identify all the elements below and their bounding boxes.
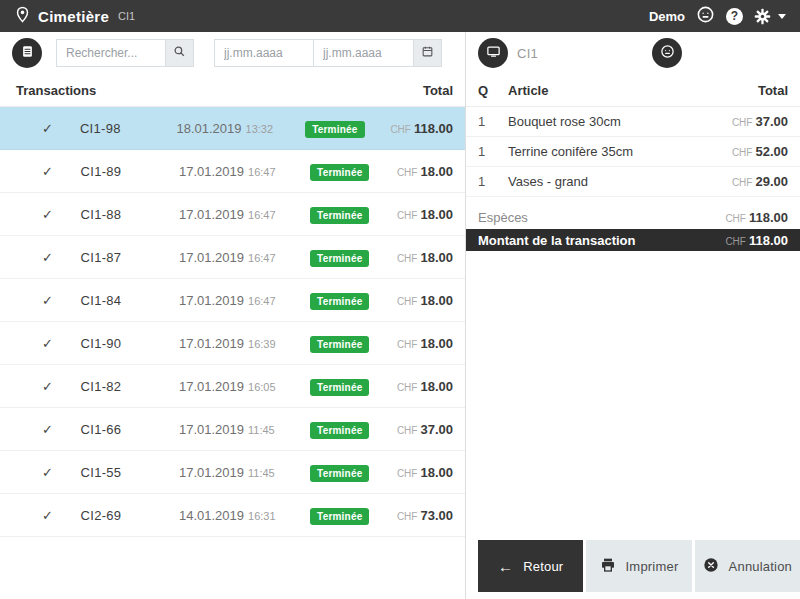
- currency-label: CHF: [397, 253, 418, 264]
- transaction-time: 16:47: [248, 295, 276, 307]
- transaction-id: CI1-84: [81, 293, 179, 308]
- transaction-id: CI1-98: [80, 121, 177, 136]
- date-to-input[interactable]: [314, 39, 414, 67]
- check-icon: ✓: [42, 121, 80, 136]
- article-amount: 29.00: [755, 174, 788, 189]
- search-icon: [173, 45, 186, 61]
- table-row[interactable]: ✓ CI1-55 17.01.201911:45 Terminée CHF18.…: [0, 451, 465, 494]
- check-icon: ✓: [42, 164, 81, 179]
- article-row: 1 Bouquet rose 30cm CHF37.00: [466, 107, 800, 137]
- transaction-detail-panel: CI1 Q Article Total 1 Bouquet rose 30cm …: [466, 32, 800, 599]
- cashier-button[interactable]: [652, 38, 682, 68]
- transaction-date: 14.01.2019: [179, 508, 244, 523]
- topbar: Cimetière CI1 Demo ?: [0, 0, 800, 32]
- total-column-label: Total: [423, 83, 453, 98]
- transaction-id: CI1-66: [81, 422, 179, 437]
- status-badge: Terminée: [310, 422, 369, 439]
- settings-gear-icon[interactable]: [754, 8, 771, 25]
- action-bar: ← Retour Imprimer Annulation: [466, 540, 800, 599]
- total-column-label: Total: [758, 83, 788, 98]
- register-name: CI1: [517, 46, 538, 61]
- user-avatar-icon[interactable]: [696, 5, 715, 28]
- transaction-id: CI1-82: [81, 379, 179, 394]
- transaction-total-label: Montant de la transaction: [478, 233, 725, 248]
- smiley-icon: [660, 44, 675, 62]
- search-input[interactable]: [56, 39, 166, 67]
- transaction-amount: 37.00: [420, 422, 453, 437]
- article-amount: 37.00: [755, 114, 788, 129]
- date-from-input[interactable]: [214, 39, 314, 67]
- transaction-time: 16:47: [248, 166, 276, 178]
- transaction-amount: 18.00: [420, 250, 453, 265]
- status-badge: Terminée: [310, 379, 369, 396]
- chevron-down-icon[interactable]: [778, 14, 786, 19]
- print-button-label: Imprimer: [626, 559, 679, 574]
- print-button[interactable]: Imprimer: [586, 540, 691, 592]
- status-badge: Terminée: [310, 465, 369, 482]
- status-badge: Terminée: [310, 250, 369, 267]
- menu-button[interactable]: [12, 38, 42, 68]
- cancel-x-icon: [703, 557, 719, 576]
- transaction-amount: 18.00: [420, 379, 453, 394]
- transactions-panel: Transactions Total ✓ CI1-98 18.01.201913…: [0, 32, 466, 599]
- check-icon: ✓: [42, 293, 81, 308]
- table-row[interactable]: ✓ CI1-89 17.01.201916:47 Terminée CHF18.…: [0, 150, 465, 193]
- status-badge: Terminée: [310, 336, 369, 353]
- article-row: 1 Terrine conifère 35cm CHF52.00: [466, 137, 800, 167]
- cancel-button-label: Annulation: [729, 559, 792, 574]
- logo-icon: [14, 6, 31, 27]
- printer-icon: [600, 557, 616, 576]
- payment-amount: 118.00: [749, 210, 788, 225]
- article-qty: 1: [478, 114, 508, 129]
- transaction-date: 17.01.2019: [179, 250, 244, 265]
- table-row[interactable]: ✓ CI2-69 14.01.201916:31 Terminée CHF73.…: [0, 494, 465, 537]
- transaction-amount: 18.00: [420, 164, 453, 179]
- articles-header: Q Article Total: [466, 74, 800, 107]
- cancel-button[interactable]: Annulation: [695, 540, 800, 592]
- register-button[interactable]: [478, 38, 508, 68]
- back-button-label: Retour: [523, 559, 563, 574]
- check-icon: ✓: [42, 336, 81, 351]
- table-row[interactable]: ✓ CI1-90 17.01.201916:39 Terminée CHF18.…: [0, 322, 465, 365]
- help-icon[interactable]: ?: [726, 8, 743, 25]
- table-row[interactable]: ✓ CI1-66 17.01.201911:45 Terminée CHF37.…: [0, 408, 465, 451]
- table-row[interactable]: ✓ CI1-87 17.01.201916:47 Terminée CHF18.…: [0, 236, 465, 279]
- payment-method-row: Espèces CHF118.00: [466, 205, 800, 229]
- transaction-date: 18.01.2019: [176, 121, 241, 136]
- currency-label: CHF: [397, 339, 418, 350]
- calendar-button[interactable]: [414, 39, 442, 67]
- status-badge: Terminée: [310, 293, 369, 310]
- transaction-id: CI1-87: [81, 250, 179, 265]
- currency-label: CHF: [732, 177, 753, 188]
- currency-label: CHF: [397, 511, 418, 522]
- table-row[interactable]: ✓ CI1-98 18.01.201913:32 Terminée CHF118…: [0, 107, 465, 150]
- transaction-amount: 18.00: [420, 207, 453, 222]
- currency-label: CHF: [397, 210, 418, 221]
- transaction-total-bar: Montant de la transaction CHF118.00: [466, 229, 800, 251]
- transaction-amount: 18.00: [420, 293, 453, 308]
- app-logo[interactable]: Cimetière CI1: [14, 6, 135, 27]
- table-row[interactable]: ✓ CI1-82 17.01.201916:05 Terminée CHF18.…: [0, 365, 465, 408]
- status-badge: Terminée: [305, 121, 364, 138]
- transaction-amount: 118.00: [414, 121, 453, 136]
- check-icon: ✓: [42, 379, 81, 394]
- payment-method-label: Espèces: [478, 210, 725, 225]
- transaction-time: 16:47: [248, 252, 276, 264]
- table-row[interactable]: ✓ CI1-88 17.01.201916:47 Terminée CHF18.…: [0, 193, 465, 236]
- currency-label: CHF: [390, 124, 411, 135]
- table-row[interactable]: ✓ CI1-84 17.01.201916:47 Terminée CHF18.…: [0, 279, 465, 322]
- status-badge: Terminée: [310, 164, 369, 181]
- transaction-amount: 18.00: [420, 465, 453, 480]
- back-button[interactable]: ← Retour: [478, 540, 583, 592]
- list-icon: [20, 44, 35, 62]
- currency-label: CHF: [725, 213, 746, 224]
- transaction-date: 17.01.2019: [179, 164, 244, 179]
- back-arrow-icon: ←: [498, 558, 513, 575]
- article-qty: 1: [478, 144, 508, 159]
- currency-label: CHF: [397, 425, 418, 436]
- search-button[interactable]: [166, 39, 194, 67]
- transaction-amount: 18.00: [420, 336, 453, 351]
- article-qty: 1: [478, 174, 508, 189]
- transaction-date: 17.01.2019: [179, 207, 244, 222]
- article-column-label: Article: [508, 83, 758, 98]
